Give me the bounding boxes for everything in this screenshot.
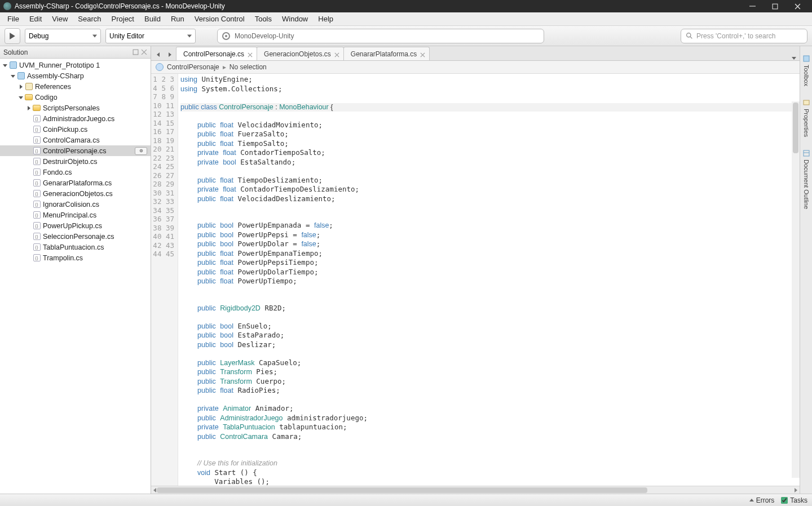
target-combo-label: Unity Editor [109,32,144,40]
menu-item-search[interactable]: Search [73,13,106,25]
tab-close-icon[interactable] [420,51,426,57]
tree-item[interactable]: SeleccionPersonaje.cs [0,231,151,242]
statusbar-errors[interactable]: Errors [749,496,775,504]
tab-nav-forward[interactable] [165,49,175,60]
menu-item-help[interactable]: Help [313,13,338,25]
chevron-placeholder [26,223,32,229]
tree-item[interactable]: Trampolin.cs [0,252,151,263]
editor-tab-label: GeneracionObjetos.cs [264,50,331,58]
svg-point-5 [687,33,691,37]
panel-autohide-icon[interactable] [133,49,139,55]
tree-item[interactable]: AdministradorJuego.cs [0,113,151,124]
menu-item-file[interactable]: File [2,13,24,25]
chevron-down-icon[interactable] [26,105,32,111]
chevron-down-icon[interactable] [2,63,8,68]
breadcrumb[interactable]: ControlPersonaje ▸ No selection [151,61,800,74]
tree-item[interactable]: UVM_Runner_Prototipo 1 [0,60,151,70]
tasks-checkbox[interactable] [781,497,788,504]
tree-item[interactable]: TablaPuntuacion.cs [0,242,151,252]
svg-rect-29 [804,100,809,105]
editor-vscrollbar[interactable] [792,101,800,478]
solution-tree[interactable]: UVM_Runner_Prototipo 1Assembly-CSharpRef… [0,59,151,494]
editor-area: ControlPersonaje.csGeneracionObjetos.csG… [151,46,800,494]
menu-item-edit[interactable]: Edit [24,13,47,25]
svg-marker-17 [157,52,160,57]
tree-item[interactable]: DestruirObjeto.cs [0,156,151,167]
tab-close-icon[interactable] [248,51,253,57]
code-editor[interactable]: 1 2 3 4 5 6 7 8 9 10 11 12 13 14 15 16 1… [151,74,800,486]
tree-item-label: CoinPickup.cs [43,126,87,134]
chevron-down-icon[interactable] [10,73,16,79]
tree-item-options-button[interactable] [135,147,147,155]
configuration-combo-label: Debug [29,32,48,40]
project-icon [17,72,25,79]
tree-item[interactable]: References [0,81,151,92]
editor-hscrollbar[interactable] [151,486,800,494]
svg-marker-27 [795,488,797,492]
menu-item-version-control[interactable]: Version Control [189,13,250,25]
rail-tab-properties[interactable]: Properties [801,92,812,143]
tree-item[interactable]: MenuPrincipal.cs [0,210,151,220]
rail-tab-document-outline[interactable]: Document Outline [801,143,812,215]
menu-item-view[interactable]: View [47,13,73,25]
tree-item[interactable]: ControlPersonaje.cs [0,145,151,156]
tree-item-label: References [35,83,71,91]
vscroll-thumb[interactable] [793,103,798,153]
tree-item[interactable]: Assembly-CSharp [0,70,151,81]
minimize-button[interactable] [741,0,764,12]
hscroll-right[interactable] [792,486,800,494]
tree-item[interactable]: Codigo [0,92,151,103]
navigate-bar[interactable]: MonoDevelop-Unity [217,29,544,43]
statusbar-tasks[interactable]: Tasks [781,496,807,504]
menubar: FileEditViewSearchProjectBuildRunVersion… [0,12,812,26]
target-combo[interactable]: Unity Editor [105,29,196,43]
tree-item[interactable]: CoinPickup.cs [0,124,151,135]
chevron-down-icon[interactable] [18,84,24,90]
breadcrumb-member: No selection [230,63,267,71]
menu-item-run[interactable]: Run [166,13,189,25]
rail-tab-icon [802,149,810,157]
tree-item[interactable]: PowerUpPickup.cs [0,220,151,231]
csharp-file-icon [33,179,41,187]
panel-close-icon[interactable] [141,49,147,55]
maximize-button[interactable] [764,0,786,12]
tree-item-label: Trampolin.cs [43,254,83,262]
rail-tab-toolbox[interactable]: Toolbox [801,48,812,92]
tree-item[interactable]: IgnorarColision.cs [0,199,151,210]
svg-marker-13 [19,96,23,99]
global-search[interactable]: Press 'Control+,' to search [681,29,807,43]
editor-tab[interactable]: ControlPersonaje.cs [176,47,257,60]
tab-overflow-button[interactable] [788,56,800,60]
tree-item[interactable]: GenararPlataforma.cs [0,177,151,188]
menu-item-window[interactable]: Window [277,13,313,25]
tree-item[interactable]: ScriptsPersonales [0,103,151,113]
chevron-down-icon[interactable] [18,95,24,100]
chevron-placeholder [26,191,32,197]
main-area: Solution UVM_Runner_Prototipo 1Assembly-… [0,46,812,494]
app-icon [3,2,11,10]
close-button[interactable] [786,0,809,12]
tab-close-icon[interactable] [334,51,340,57]
editor-tab[interactable]: GenararPlataforma.cs [343,47,430,60]
hscroll-thumb[interactable] [157,487,647,493]
code-text[interactable]: using UnityEngine; using System.Collecti… [178,74,800,486]
tree-item[interactable]: ControlCamara.cs [0,135,151,145]
configuration-combo[interactable]: Debug [25,29,101,43]
chevron-up-icon [749,499,754,501]
right-rail: ToolboxPropertiesDocument Outline [800,46,812,494]
solution-panel: Solution UVM_Runner_Prototipo 1Assembly-… [0,46,151,494]
run-button[interactable] [5,28,20,44]
tree-item[interactable]: GeneracionObjetos.cs [0,188,151,199]
chevron-placeholder [26,255,32,261]
csharp-file-icon [33,211,41,219]
tab-nav-back[interactable] [153,49,164,60]
editor-tab[interactable]: GeneracionObjetos.cs [257,47,344,60]
menu-item-project[interactable]: Project [107,13,139,25]
csharp-file-icon [33,233,41,240]
tree-item[interactable]: Fondo.cs [0,167,151,177]
menu-item-tools[interactable]: Tools [250,13,277,25]
csharp-file-icon [33,190,41,197]
menu-item-build[interactable]: Build [139,13,166,25]
csharp-file-icon [33,126,41,133]
solution-panel-header: Solution [0,46,151,59]
